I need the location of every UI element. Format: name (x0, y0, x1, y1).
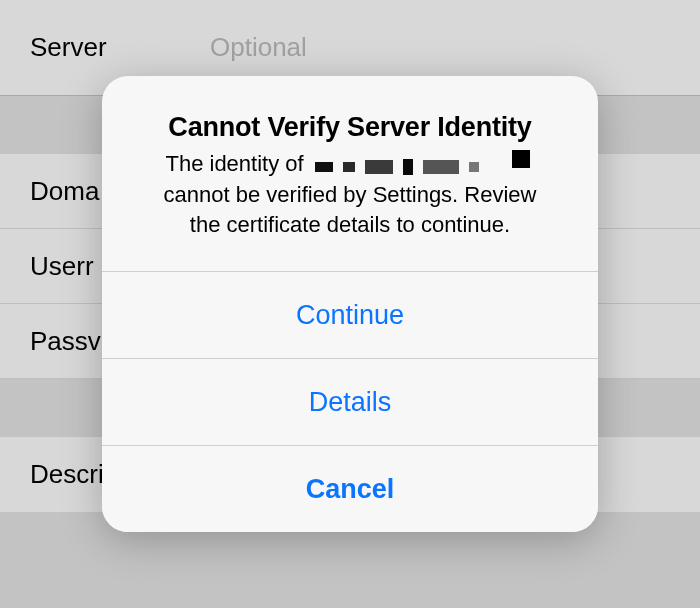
alert-message-line2: cannot be verified by Settings. Review (164, 182, 537, 207)
alert-content: Cannot Verify Server Identity The identi… (102, 76, 598, 271)
continue-button[interactable]: Continue (102, 271, 598, 358)
alert-message-line1-prefix: The identity of (165, 151, 309, 176)
alert-dialog: Cannot Verify Server Identity The identi… (102, 76, 598, 532)
alert-message: The identity of cannot be verified by Se… (128, 149, 572, 239)
cancel-button[interactable]: Cancel (102, 445, 598, 532)
alert-title: Cannot Verify Server Identity (128, 112, 572, 143)
alert-buttons: Continue Details Cancel (102, 271, 598, 532)
alert-message-line3: the certificate details to continue. (190, 212, 510, 237)
details-button[interactable]: Details (102, 358, 598, 445)
redacted-server-name (313, 150, 532, 180)
